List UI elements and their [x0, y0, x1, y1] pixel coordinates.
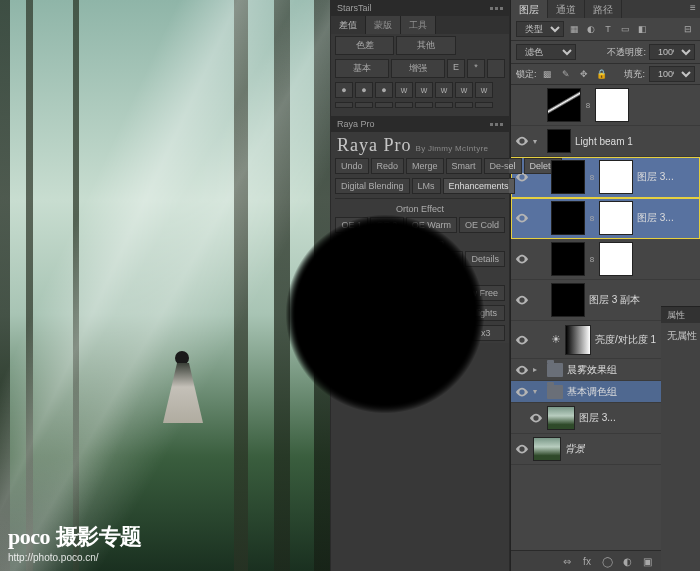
- layer-thumb[interactable]: [551, 283, 585, 317]
- folder-icon: [547, 363, 563, 377]
- layer-mask[interactable]: [599, 201, 633, 235]
- folder-icon: [547, 385, 563, 399]
- layer-thumb[interactable]: [547, 406, 575, 430]
- layer-row-selected[interactable]: 8 图层 3...: [511, 198, 700, 239]
- layer-thumb[interactable]: [533, 437, 561, 461]
- layer-thumb[interactable]: [551, 242, 585, 276]
- layer-mask[interactable]: [565, 325, 591, 355]
